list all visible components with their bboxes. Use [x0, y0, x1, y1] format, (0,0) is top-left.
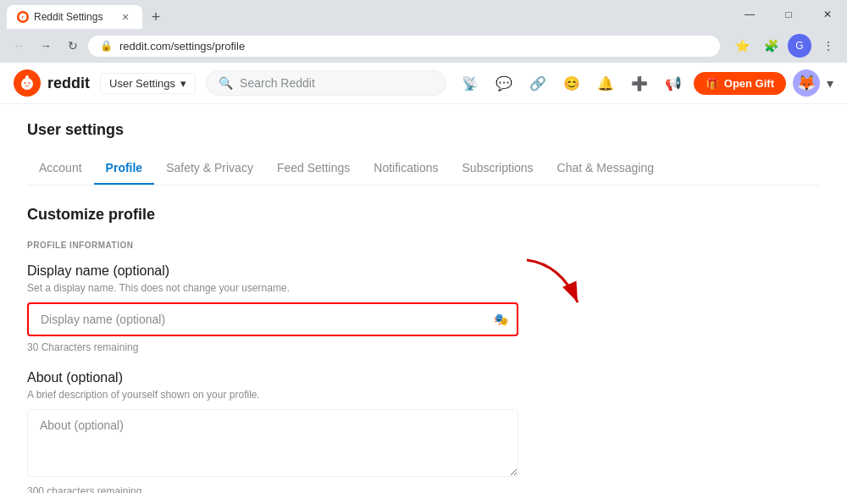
chat-icon-button[interactable]: 💬	[490, 69, 518, 97]
back-button[interactable]: ←	[7, 34, 30, 58]
tab-account[interactable]: Account	[27, 152, 94, 185]
about-description: A brief description of yourself shown on…	[27, 389, 820, 401]
tab-favicon: r	[17, 11, 29, 23]
maximize-button[interactable]: □	[769, 3, 808, 26]
settings-tabs: Account Profile Safety & Privacy Feed Se…	[27, 152, 820, 186]
url-text: reddit.com/settings/profile	[119, 40, 708, 53]
reddit-icon	[14, 69, 41, 97]
tab-notifications[interactable]: Notifications	[362, 152, 450, 185]
search-bar[interactable]: 🔍 Search Reddit	[206, 70, 446, 96]
notifications-bell-button[interactable]: 🔔	[592, 69, 619, 97]
add-button[interactable]: ➕	[626, 69, 653, 97]
user-settings-label: User Settings	[109, 77, 175, 90]
about-field-group: About (optional) A brief description of …	[27, 370, 820, 493]
window-controls: — □ ✕	[730, 0, 847, 29]
browser-profile-button[interactable]: G	[788, 34, 811, 58]
broadcast-icon-button[interactable]: 📡	[457, 69, 484, 97]
page-content: User settings Account Profile Safety & P…	[0, 104, 847, 493]
chevron-down-icon: ▾	[180, 77, 186, 90]
tab-close-button[interactable]: ×	[119, 10, 132, 24]
svg-point-6	[29, 82, 30, 84]
avatar-chevron[interactable]: ▾	[827, 75, 833, 91]
extensions-button[interactable]: 🧩	[759, 34, 783, 58]
display-name-label: Display name (optional)	[27, 263, 820, 279]
megaphone-icon-button[interactable]: 📢	[660, 69, 687, 97]
svg-point-4	[22, 80, 32, 88]
gift-icon: 🎁	[706, 77, 719, 90]
browser-window: r Reddit Settings × + — □ ✕ ← →	[0, 0, 847, 493]
user-avatar-button[interactable]: 🦊	[793, 69, 820, 97]
share-icon-button[interactable]: 🔗	[524, 69, 551, 97]
search-icon: 🔍	[219, 76, 233, 90]
active-tab[interactable]: r Reddit Settings ×	[7, 5, 142, 29]
tab-bar: r Reddit Settings × + — □ ✕	[0, 0, 847, 29]
display-name-chars-remaining: 30 Characters remaining	[27, 341, 820, 353]
browser-menu-button[interactable]: ⋮	[817, 34, 840, 58]
close-button[interactable]: ✕	[808, 3, 847, 26]
profile-info-label: PROFILE INFORMATION	[27, 241, 820, 250]
display-name-field-group: Display name (optional) Set a display na…	[27, 263, 820, 353]
forward-button[interactable]: →	[34, 34, 58, 58]
about-textarea[interactable]	[27, 409, 518, 477]
reddit-wordmark: reddit	[47, 75, 90, 92]
tab-feed-settings[interactable]: Feed Settings	[265, 152, 362, 185]
customize-profile-title: Customize profile	[27, 206, 820, 224]
page-title: User settings	[27, 121, 820, 139]
lock-icon: 🔒	[100, 40, 113, 52]
new-tab-button[interactable]: +	[144, 5, 168, 29]
open-gift-button[interactable]: 🎁 Open Gift	[694, 72, 786, 95]
display-name-description: Set a display name. This does not change…	[27, 282, 820, 294]
emoji-input-icon[interactable]: 🎭	[494, 313, 508, 326]
tab-title: Reddit Settings	[34, 11, 113, 23]
reddit-header: reddit User Settings ▾ 🔍 Search Reddit 📡…	[0, 63, 847, 104]
tab-profile[interactable]: Profile	[94, 152, 155, 185]
user-settings-dropdown[interactable]: User Settings ▾	[100, 73, 196, 94]
profile-content: Customize profile PROFILE INFORMATION Di…	[27, 186, 820, 493]
address-bar-row: ← → ↻ 🔒 reddit.com/settings/profile ⭐ 🧩 …	[0, 29, 847, 63]
address-bar[interactable]: 🔒 reddit.com/settings/profile	[88, 36, 720, 57]
header-icons: 📡 💬 🔗 😊 🔔 ➕ 📢 🎁 Open Gift 🦊 ▾	[457, 69, 833, 97]
open-gift-label: Open Gift	[724, 77, 774, 90]
about-chars-remaining: 300 characters remaining	[27, 485, 820, 493]
display-name-input-wrapper: 🎭	[27, 302, 518, 336]
tab-subscriptions[interactable]: Subscriptions	[451, 152, 545, 185]
reload-button[interactable]: ↻	[61, 34, 85, 58]
bookmark-button[interactable]: ⭐	[730, 34, 754, 58]
browser-action-buttons: ⭐ 🧩 G ⋮	[730, 34, 840, 58]
tab-chat-messaging[interactable]: Chat & Messaging	[545, 152, 666, 185]
display-name-input[interactable]	[27, 302, 518, 336]
reddit-logo[interactable]: reddit	[14, 69, 90, 97]
svg-point-5	[25, 82, 26, 84]
emoji-icon-button[interactable]: 😊	[558, 69, 585, 97]
search-placeholder: Search Reddit	[240, 76, 315, 90]
about-label: About (optional)	[27, 370, 820, 385]
minimize-button[interactable]: —	[730, 3, 769, 26]
tab-safety-privacy[interactable]: Safety & Privacy	[154, 152, 265, 185]
tabs-list: Account Profile Safety & Privacy Feed Se…	[27, 152, 820, 185]
